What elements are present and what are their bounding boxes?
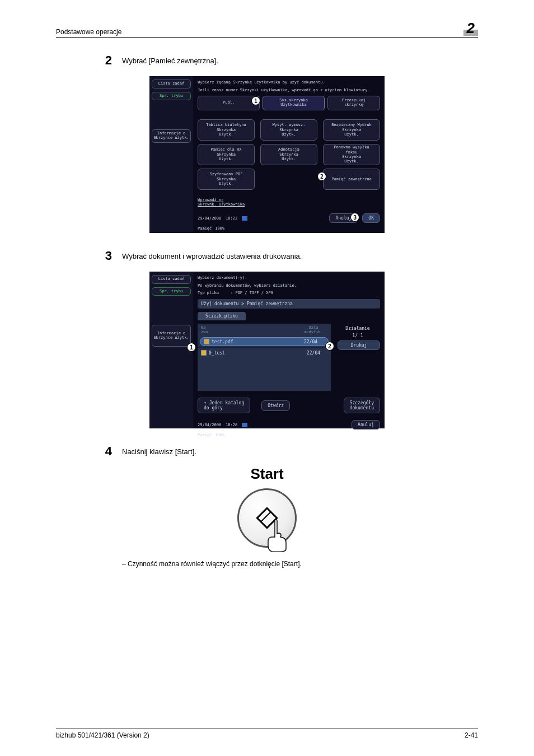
file-icon	[204, 339, 209, 344]
screenshot2: Lista zadań Spr. trybu Informacje o Skrz…	[149, 272, 385, 428]
step4-number: 4	[101, 444, 112, 459]
szczegoly-button[interactable]: Szczegóły dokumentu	[344, 398, 380, 413]
typ-pliku-label: Typ pliku	[198, 291, 219, 295]
tablica-tile[interactable]: Tablica biuletynu Skrzynka Użytk.	[198, 119, 255, 141]
path-tab[interactable]: Ścieżk.pliku	[198, 312, 246, 320]
publ-tab[interactable]: Publ. 1	[198, 96, 260, 110]
pamrx-tile[interactable]: Pamięc dla RX Skrzynka Użytk.	[198, 144, 255, 165]
typ-pliku-value: : PDF / TIFF / XPS	[231, 291, 273, 295]
page-indicator: 1/ 1	[335, 333, 380, 338]
przeszukaj-tab[interactable]: Przeszukaj skrzynkę	[327, 96, 380, 110]
otworz-button[interactable]: Otwórz	[261, 400, 290, 411]
footer-mem-pct: 100%	[215, 226, 224, 231]
screenshot1: Lista zadań Spr. trybu Informacje o Skrz…	[149, 76, 385, 233]
footer-mem-label: Pamięć	[198, 226, 212, 231]
footer-right: 2-41	[465, 731, 478, 739]
file-name-2: 0_test	[209, 351, 225, 356]
callout-1b: 1	[187, 343, 196, 352]
info-skrzynce-button-2[interactable]: Informacje o Skrzynce użytk. 1	[152, 325, 191, 347]
footer-date: 29/04/2008	[198, 216, 221, 221]
file-date-1: 22/04	[297, 339, 325, 344]
anuluj-button[interactable]: Anuluj 3	[329, 213, 358, 223]
adnot-tile[interactable]: Adnotacja Skrzynka Użytk.	[260, 144, 317, 165]
file-name-1: test.pdf	[212, 339, 233, 344]
start-label: Start	[56, 465, 478, 483]
step3-number: 3	[101, 249, 112, 263]
col-name-header: Na zwa	[201, 325, 299, 334]
step4-text: Naciśnij klawisz [Start].	[122, 444, 196, 459]
drukuj-button[interactable]: Drukuj	[338, 340, 380, 350]
file-row-selected[interactable]: test.pdf 22/04	[200, 337, 329, 346]
file-row[interactable]: 0_test 22/04	[198, 347, 331, 358]
hand-icon	[264, 518, 292, 552]
action-header: Działanie	[335, 326, 380, 331]
footer2-mem-label: Pamięć	[198, 433, 212, 437]
footer2-time: 10:28	[226, 423, 237, 427]
info-skrzynce-button[interactable]: Informacje o Skrzynce użytk.	[152, 129, 191, 142]
spr-trybu-button-2[interactable]: Spr. trybu	[152, 287, 191, 296]
callout-1: 1	[251, 96, 260, 105]
instr2-line1: Wybierz dokument(-y).	[198, 276, 380, 281]
hint-enter-number: Wprowadź nr Skrzynk. Użytkownika	[198, 198, 380, 207]
section-title: Podstawowe operacje	[56, 28, 121, 36]
footer2-date: 29/04/2008	[198, 423, 221, 427]
file-date-2: 22/04	[299, 351, 327, 356]
step3-text: Wybrać dokument i wprowadzić ustawienia …	[122, 249, 302, 263]
anuluj-button-2[interactable]: Anuluj	[352, 420, 380, 430]
callout-2b: 2	[325, 342, 334, 351]
wysyl-tile[interactable]: Wysył. wymusz. Skrzynka Użytk.	[260, 119, 317, 141]
szyfr-tile[interactable]: Szyfrowany PDF Skrzynka Użytk.	[198, 169, 255, 190]
anuluj-label: Anuluj	[335, 216, 352, 221]
publ-tab-label: Publ.	[223, 101, 235, 105]
up-dir-label: Jeden katalog do góry	[204, 400, 244, 410]
footer-left: bizhub 501/421/361 (Version 2)	[56, 731, 149, 739]
breadcrumb: Użyj dokumentu > Pamięć zewnętrzna	[198, 299, 380, 309]
bullet-note: – Czynność można również włączyć przez d…	[122, 560, 478, 568]
up-dir-button[interactable]: ↑ Jeden katalog do góry	[198, 398, 250, 413]
step2-text: Wybrać [Pamieć zewnętrzna].	[122, 53, 218, 68]
instruction-line2: Jeśli znasz numer Skrzynki użytkownika, …	[198, 88, 380, 93]
instruction-line1: Wybierz żądaną Skrzynkę użytkownika by u…	[198, 81, 380, 85]
start-illustration: Start	[56, 465, 478, 548]
memory-icon-2	[242, 423, 247, 427]
start-hardware-button	[237, 488, 297, 548]
callout-2a: 2	[317, 172, 326, 181]
sys-skrzynka-tab[interactable]: Sys.skrzynka Użytkownika	[263, 96, 325, 110]
callout-3: 3	[350, 213, 359, 222]
lista-zadan-button-2[interactable]: Lista zadań	[152, 275, 191, 284]
chapter-number: 2	[463, 22, 478, 36]
step2-number: 2	[101, 53, 112, 68]
bezp-tile[interactable]: Bezpieczny Wydruk Skrzynka Użytk.	[323, 119, 380, 141]
instr2-line2: Po wybraniu dokumentów, wybierz działani…	[198, 284, 380, 288]
folder-icon	[201, 350, 207, 356]
spr-trybu-button[interactable]: Spr. trybu	[152, 92, 191, 101]
footer-time: 10:22	[226, 216, 237, 221]
memory-icon	[242, 216, 247, 221]
footer2-mem-pct: 100%	[215, 433, 224, 437]
lista-zadan-button[interactable]: Lista zadań	[152, 80, 191, 88]
info-skrzynce-label-2: Informacje o Skrzynce użytk.	[153, 331, 189, 340]
col-date-header: Data modyfik.	[299, 325, 327, 334]
ponowna-tile[interactable]: Ponowna wysyłka faksu Skrzynka Użytk.	[323, 144, 380, 165]
pamiec-zewnetrzna-tile[interactable]: Pamięć zewnętrzna	[323, 169, 380, 190]
ok-button[interactable]: OK	[362, 213, 380, 223]
